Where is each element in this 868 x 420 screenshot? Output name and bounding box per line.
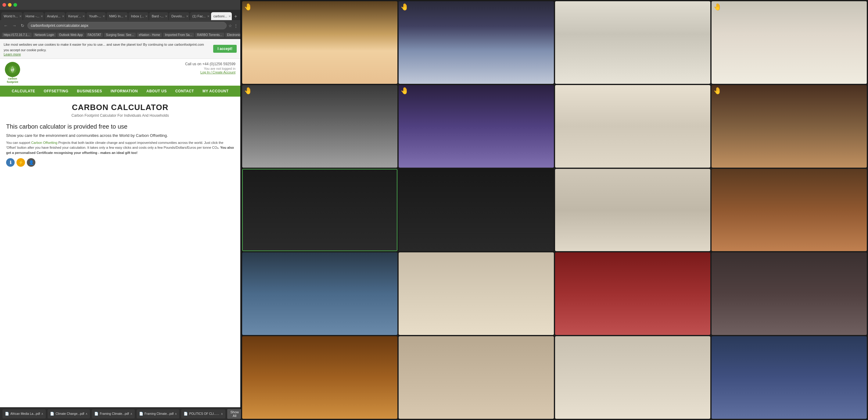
video-feed-19	[555, 336, 710, 419]
nav-offsetting[interactable]: OFFSETTING	[43, 89, 68, 93]
site-nav: CALCULATE OFFSETTING BUSINESSES INFORMAT…	[0, 86, 240, 97]
bookmark-surging[interactable]: Surging Seas: See...	[104, 33, 136, 37]
download-name-3: Framing Climate...pdf	[100, 412, 129, 415]
bookmark-outlook[interactable]: Outlook Web App	[57, 33, 85, 37]
tab-inbox[interactable]: Inbox (... ✕	[128, 12, 149, 20]
reload-button[interactable]: ↻	[20, 23, 26, 29]
tab-analysis[interactable]: Analysi... ✕	[44, 12, 65, 20]
bookmark-enation[interactable]: eNation - Home	[137, 33, 162, 37]
forward-button[interactable]: →	[11, 23, 18, 29]
maximize-button[interactable]	[13, 3, 17, 7]
tab-develo[interactable]: Develo... ✕	[169, 12, 189, 20]
nav-calculate[interactable]: CALCULATE	[11, 89, 35, 93]
video-feed-15	[555, 252, 710, 335]
bookmark-icon[interactable]: ☆	[228, 24, 232, 28]
page-title: CARBON CALCULATOR	[6, 103, 234, 112]
bookmark-faostat[interactable]: FAOSTAT	[86, 33, 103, 37]
close-button[interactable]	[2, 3, 6, 7]
bookmark-elibrary[interactable]: Electronic library...	[225, 33, 240, 37]
raise-hand-6: 🤚	[400, 87, 409, 95]
tab-close-icon[interactable]: ✕	[102, 14, 105, 18]
nav-about-us[interactable]: ABOUT US	[146, 89, 167, 93]
tab-close-icon[interactable]: ✕	[125, 14, 127, 18]
dl-chevron-5[interactable]: ∧	[221, 412, 223, 415]
video-feed-5	[242, 85, 397, 168]
url-input[interactable]	[27, 22, 227, 29]
free-heading: This carbon calculator is provided free …	[6, 123, 234, 130]
download-item-4[interactable]: 📄 Framing Climate...pdf ∧	[136, 409, 180, 418]
tab-close-icon[interactable]: ✕	[228, 14, 231, 18]
video-tile-3	[555, 1, 710, 84]
tab-bard[interactable]: Bard -... ✕	[149, 12, 168, 20]
tab-kenya[interactable]: Kenya'... ✕	[66, 12, 86, 20]
pdf-icon-3: 📄	[94, 412, 98, 416]
video-tile-1: 🤚	[242, 1, 397, 84]
info-icon[interactable]: ℹ	[6, 158, 14, 167]
download-item-1[interactable]: 📄 African Media La...pdf ∧	[2, 409, 46, 418]
show-all-button[interactable]: Show All	[227, 409, 242, 419]
tab-home[interactable]: Home -... ✕	[23, 12, 44, 20]
body-text: You can support Carbon Offsetting Projec…	[6, 140, 234, 156]
dl-chevron-3[interactable]: ∧	[130, 412, 132, 415]
video-tile-15	[555, 252, 710, 335]
download-name-4: Framing Climate...pdf	[145, 412, 174, 415]
download-item-2[interactable]: 📄 Climate Change...pdf ∧	[48, 409, 90, 418]
site-header: cf carbon footprint Call us on +44 (0)12…	[0, 59, 240, 86]
contact-info: Call us on +44 (0)1256 592599 You are no…	[185, 62, 236, 74]
tab-close-icon[interactable]: ✕	[82, 14, 85, 18]
download-item-5[interactable]: 📄 POLITICS OF CLI...pdf ∧	[181, 409, 225, 418]
tab-close-icon[interactable]: ✕	[19, 14, 22, 18]
page-subtitle: Carbon Footprint Calculator For Individu…	[6, 114, 234, 118]
tab-facebook[interactable]: (1) Fac... ✕	[190, 12, 211, 20]
tab-close-icon[interactable]: ✕	[62, 14, 64, 18]
raise-hand-4: 🤚	[713, 3, 722, 11]
settings-icon[interactable]: ⋮	[234, 24, 238, 28]
bookmark-imported[interactable]: Imported From Sa...	[163, 33, 194, 37]
tab-carbon-active[interactable]: carboni... ✕	[211, 12, 232, 20]
carbon-offsetting-link[interactable]: Carbon Offsetting	[31, 141, 57, 144]
new-tab-button[interactable]: +	[232, 13, 239, 20]
back-button[interactable]: ←	[2, 23, 9, 29]
bookmark-network[interactable]: Network Login	[33, 33, 56, 37]
tab-world[interactable]: World h... ✕	[1, 12, 23, 20]
video-feed-20	[712, 336, 867, 419]
video-feed-14	[399, 252, 554, 335]
tab-nmg[interactable]: NMG In... ✕	[106, 12, 128, 20]
cookie-banner-text: Like most websites we use cookies to mak…	[4, 43, 204, 52]
video-tile-19	[555, 336, 710, 419]
bolt-icon[interactable]: ⚡	[17, 158, 25, 167]
bookmark-ip[interactable]: https://172.16.7.1...	[2, 33, 32, 37]
video-feed-8	[712, 85, 867, 168]
tab-close-icon[interactable]: ✕	[207, 14, 210, 18]
tab-close-icon[interactable]: ✕	[40, 14, 43, 18]
nav-businesses[interactable]: BUSINESSES	[77, 89, 102, 93]
login-link[interactable]: Log In / Create Account	[200, 70, 236, 74]
dl-chevron-4[interactable]: ∧	[175, 412, 177, 415]
nav-contact[interactable]: CONTACT	[175, 89, 194, 93]
pdf-icon-5: 📄	[184, 412, 188, 416]
learn-more-link[interactable]: Learn more	[4, 53, 210, 56]
tab-close-icon[interactable]: ✕	[165, 14, 167, 18]
tab-youth[interactable]: Youth-... ✕	[86, 12, 106, 20]
nav-my-account[interactable]: MY ACCOUNT	[203, 89, 229, 93]
person-icon[interactable]: 👤	[27, 158, 35, 167]
video-feed-17	[242, 336, 397, 419]
raise-hand-8: 🤚	[713, 87, 722, 95]
video-tile-13	[242, 252, 397, 335]
bookmarks-bar: https://172.16.7.1... Network Login Outl…	[0, 31, 240, 39]
minimize-button[interactable]	[8, 3, 11, 7]
svg-text:cf: cf	[11, 68, 14, 72]
video-feed-11	[555, 169, 710, 252]
nav-information[interactable]: INFORMATION	[111, 89, 138, 93]
tab-close-icon[interactable]: ✕	[186, 14, 188, 18]
main-content: CARBON CALCULATOR Carbon Footprint Calcu…	[0, 97, 240, 407]
tab-close-icon[interactable]: ✕	[145, 14, 148, 18]
dl-chevron-1[interactable]: ∧	[41, 412, 43, 415]
dl-chevron-2[interactable]: ∧	[85, 412, 88, 415]
download-item-3[interactable]: 📄 Framing Climate...pdf ∧	[92, 409, 135, 418]
webpage: cf carbon footprint Call us on +44 (0)12…	[0, 59, 240, 407]
bookmark-rarbo[interactable]: RARBO Torrents...	[195, 33, 224, 37]
accept-cookie-button[interactable]: I accept!	[213, 45, 237, 53]
video-tile-2: 🤚	[399, 1, 554, 84]
download-name-2: Climate Change...pdf	[56, 412, 84, 415]
